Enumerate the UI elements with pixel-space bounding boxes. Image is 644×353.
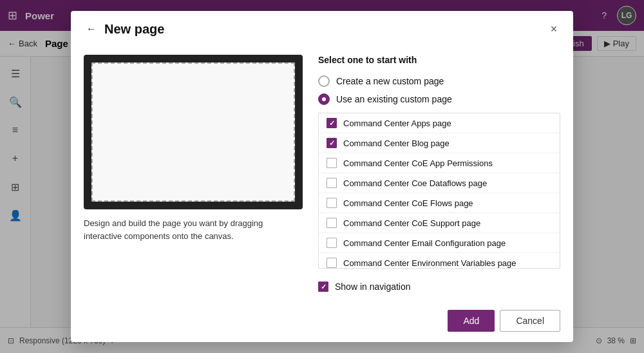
radio-existing-custom-label: Use an existing custom page [336, 94, 452, 104]
show-in-navigation-checkbox[interactable] [318, 281, 328, 292]
canvas-description: Design and build the page you want by dr… [84, 217, 303, 242]
checkbox-box-blog [327, 138, 337, 148]
checkbox-box-email_config [327, 238, 337, 248]
radio-existing-custom-circle [318, 93, 330, 105]
add-button[interactable]: Add [448, 310, 495, 332]
checkbox-label-coe_flows: Command Center CoE Flows page [343, 198, 473, 208]
checkbox-box-coe_dataflows [327, 178, 337, 188]
checkbox-item-env_vars[interactable]: Command Center Environment Variables pag… [319, 253, 560, 268]
checkbox-item-email_config[interactable]: Command Center Email Configuration page [319, 233, 560, 253]
checkbox-list-container: Command Center Apps pageCommand Center B… [318, 113, 560, 269]
options-panel: Select one to start with Create a new cu… [318, 55, 560, 292]
canvas-inner [91, 62, 295, 202]
checkbox-item-apps[interactable]: Command Center Apps page [319, 113, 560, 133]
checkbox-item-coe_dataflows[interactable]: Command Center Coe Dataflows page [319, 173, 560, 193]
modal-body: Design and build the page you want by dr… [71, 44, 573, 302]
radio-new-custom-circle [318, 75, 330, 87]
modal-overlay: ← New page × Design and build the page y… [0, 0, 644, 353]
checkbox-label-apps: Command Center Apps page [343, 119, 451, 128]
radio-item-new-custom[interactable]: Create a new custom page [318, 75, 560, 87]
checkbox-item-coe_flows[interactable]: Command Center CoE Flows page [319, 193, 560, 213]
show-in-navigation-row[interactable]: Show in navigation [318, 281, 560, 292]
checkbox-box-coe_app_perms [327, 158, 337, 168]
modal-close-button[interactable]: × [545, 20, 563, 38]
checkbox-box-apps [327, 118, 337, 128]
radio-new-custom-label: Create a new custom page [336, 76, 444, 86]
radio-group: Create a new custom page Use an existing… [318, 75, 560, 105]
checkbox-box-coe_support [327, 218, 337, 228]
checkbox-box-coe_flows [327, 198, 337, 208]
checkbox-item-coe_support[interactable]: Command Center CoE Support page [319, 213, 560, 233]
modal-back-button[interactable]: ← [84, 21, 99, 37]
checkbox-box-env_vars [327, 258, 337, 268]
checkbox-label-coe_support: Command Center CoE Support page [343, 218, 480, 228]
modal-title: New page [104, 22, 164, 37]
checkbox-label-env_vars: Command Center Environment Variables pag… [343, 258, 516, 268]
canvas-preview-panel: Design and build the page you want by dr… [84, 55, 303, 292]
radio-item-existing-custom[interactable]: Use an existing custom page [318, 93, 560, 105]
checkbox-label-coe_dataflows: Command Center Coe Dataflows page [343, 178, 487, 188]
checkbox-item-coe_app_perms[interactable]: Command Center CoE App Permissions [319, 153, 560, 173]
canvas-frame [84, 55, 303, 209]
modal-footer: Add Cancel [71, 302, 573, 342]
checkbox-label-email_config: Command Center Email Configuration page [343, 238, 506, 248]
checkbox-label-blog: Command Center Blog page [343, 138, 450, 148]
cancel-button[interactable]: Cancel [500, 310, 560, 332]
checkbox-item-blog[interactable]: Command Center Blog page [319, 133, 560, 153]
checkbox-label-coe_app_perms: Command Center CoE App Permissions [343, 158, 493, 168]
new-page-modal: ← New page × Design and build the page y… [71, 11, 573, 342]
show-in-navigation-label: Show in navigation [335, 281, 411, 292]
select-label: Select one to start with [318, 55, 560, 65]
modal-header: ← New page × [71, 11, 573, 44]
checkbox-list[interactable]: Command Center Apps pageCommand Center B… [319, 113, 560, 268]
